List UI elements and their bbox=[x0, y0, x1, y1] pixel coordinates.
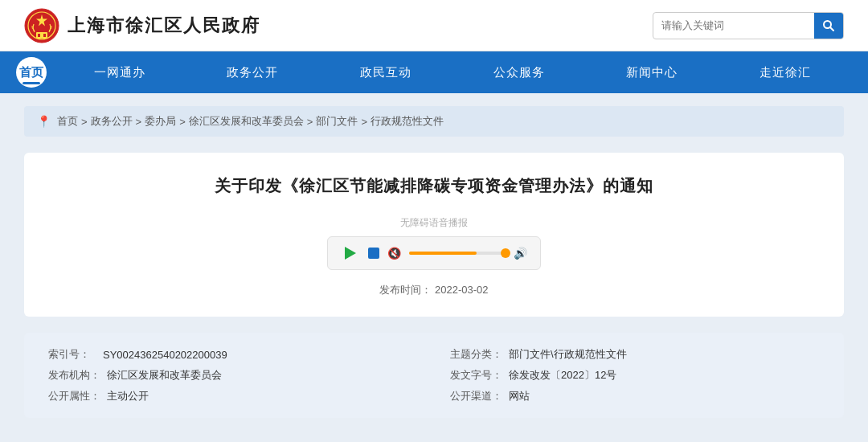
meta-value-opentype: 主动公开 bbox=[107, 389, 149, 403]
meta-label-channel: 公开渠道： bbox=[450, 389, 502, 403]
breadcrumb: 📍 首页 > 政务公开 > 委办局 > 徐汇区发展和改革委员会 > 部门文件 >… bbox=[24, 106, 844, 137]
article-title: 关于印发《徐汇区节能减排降碳专项资金管理办法》的通知 bbox=[56, 175, 812, 197]
header: 上海市徐汇区人民政府 bbox=[0, 0, 868, 51]
svg-marker-8 bbox=[345, 247, 356, 260]
meta-row-docnum: 发文字号： 徐发改发〔2022〕12号 bbox=[450, 368, 820, 383]
nav-item-xwzx[interactable]: 新闻中心 bbox=[614, 65, 690, 80]
nav-item-gzfw[interactable]: 公众服务 bbox=[481, 65, 557, 80]
svg-rect-4 bbox=[38, 34, 40, 37]
meta-label-opentype: 公开属性： bbox=[48, 389, 100, 403]
meta-label-publisher: 发布机构： bbox=[48, 368, 100, 383]
meta-left: 索引号： SY0024362540202200039 发布机构： 徐汇区发展和改… bbox=[48, 347, 418, 403]
breadcrumb-wbj[interactable]: 委办局 bbox=[145, 114, 176, 129]
meta-value-docnum: 徐发改发〔2022〕12号 bbox=[509, 368, 616, 383]
audio-label: 无障碍语音播报 bbox=[400, 216, 468, 230]
meta-right: 主题分类： 部门文件\行政规范性文件 发文字号： 徐发改发〔2022〕12号 公… bbox=[450, 347, 820, 403]
main-content: 📍 首页 > 政务公开 > 委办局 > 徐汇区发展和改革委员会 > 部门文件 >… bbox=[0, 93, 868, 442]
search-box[interactable] bbox=[653, 12, 844, 39]
meta-label-docnum: 发文字号： bbox=[450, 368, 502, 383]
publish-date: 2022-03-02 bbox=[435, 284, 489, 296]
meta-label-index: 索引号： bbox=[48, 347, 96, 362]
location-icon: 📍 bbox=[37, 115, 51, 128]
svg-line-7 bbox=[830, 27, 833, 31]
search-button[interactable] bbox=[814, 12, 843, 39]
publish-time: 发布时间： 2022-03-02 bbox=[56, 283, 812, 297]
meta-value-category: 部门文件\行政规范性文件 bbox=[509, 347, 627, 362]
article-card: 关于印发《徐汇区节能减排降碳专项资金管理办法》的通知 无障碍语音播报 🔇 🔊 bbox=[24, 153, 844, 317]
volume-right-icon: 🔊 bbox=[514, 247, 527, 260]
emblem-icon bbox=[24, 8, 59, 43]
progress-thumb bbox=[501, 248, 510, 258]
breadcrumb-home[interactable]: 首页 bbox=[57, 114, 78, 129]
stop-button[interactable] bbox=[368, 248, 379, 259]
audio-controls: 🔇 🔊 bbox=[327, 236, 541, 270]
audio-player: 无障碍语音播报 🔇 🔊 bbox=[56, 216, 812, 270]
meta-row-publisher: 发布机构： 徐汇区发展和改革委员会 bbox=[48, 368, 418, 383]
meta-row-category: 主题分类： 部门文件\行政规范性文件 bbox=[450, 347, 820, 362]
logo-area: 上海市徐汇区人民政府 bbox=[24, 8, 260, 43]
svg-rect-5 bbox=[43, 34, 46, 37]
publish-label: 发布时间： bbox=[379, 284, 432, 296]
nav-item-zwgk[interactable]: 政务公开 bbox=[215, 65, 290, 80]
meta-value-index: SY0024362540202200039 bbox=[103, 349, 227, 361]
nav-item-zmhd[interactable]: 政民互动 bbox=[348, 65, 424, 80]
nav-items: 一网通办 政务公开 政民互动 公众服务 新闻中心 走近徐汇 bbox=[53, 65, 852, 80]
site-title: 上海市徐汇区人民政府 bbox=[68, 14, 260, 38]
breadcrumb-zwgk[interactable]: 政务公开 bbox=[91, 114, 133, 129]
meta-value-channel: 网站 bbox=[509, 389, 530, 403]
nav-home-button[interactable]: 首页 bbox=[16, 57, 47, 88]
meta-value-publisher: 徐汇区发展和改革委员会 bbox=[107, 368, 222, 383]
breadcrumb-current: 行政规范性文件 bbox=[371, 114, 444, 129]
main-nav: 首页 一网通办 政务公开 政民互动 公众服务 新闻中心 走近徐汇 bbox=[0, 51, 868, 93]
progress-bar[interactable] bbox=[409, 252, 506, 255]
meta-grid: 索引号： SY0024362540202200039 发布机构： 徐汇区发展和改… bbox=[48, 347, 820, 403]
nav-item-ywtb[interactable]: 一网通办 bbox=[82, 65, 158, 80]
play-icon bbox=[345, 247, 356, 260]
meta-label-category: 主题分类： bbox=[450, 347, 502, 362]
breadcrumb-fgw[interactable]: 徐汇区发展和改革委员会 bbox=[189, 114, 304, 129]
nav-item-zjxh[interactable]: 走近徐汇 bbox=[747, 65, 823, 80]
play-button[interactable] bbox=[341, 244, 360, 263]
meta-row-index: 索引号： SY0024362540202200039 bbox=[48, 347, 418, 362]
progress-fill bbox=[409, 252, 477, 255]
breadcrumb-bmwj[interactable]: 部门文件 bbox=[316, 114, 358, 129]
search-icon bbox=[822, 19, 835, 32]
meta-card: 索引号： SY0024362540202200039 发布机构： 徐汇区发展和改… bbox=[24, 333, 844, 418]
search-input[interactable] bbox=[653, 19, 814, 31]
volume-left-icon: 🔇 bbox=[387, 247, 401, 260]
meta-row-opentype: 公开属性： 主动公开 bbox=[48, 389, 418, 403]
meta-row-channel: 公开渠道： 网站 bbox=[450, 389, 820, 403]
